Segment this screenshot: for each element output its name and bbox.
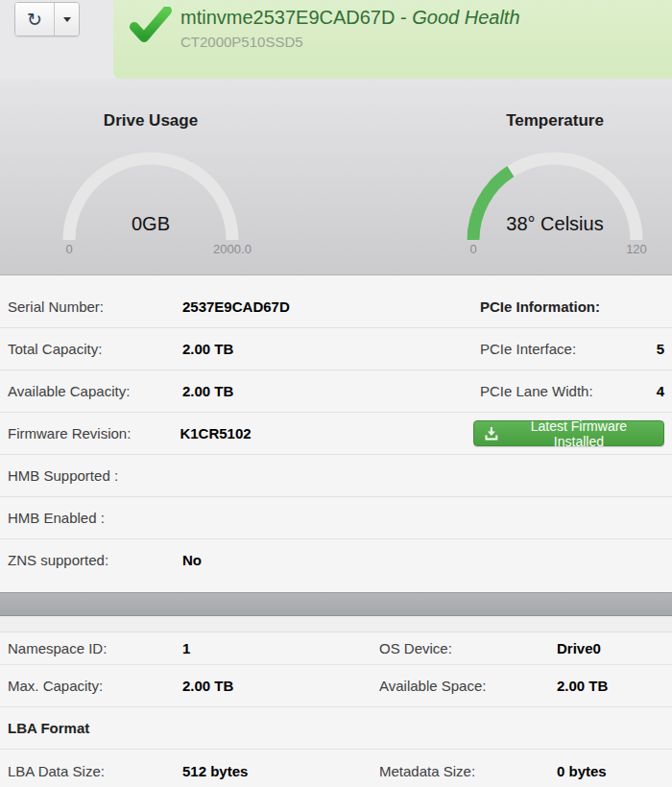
table-row-total-capacity: Total Capacity: 2.00 TB PCIe Interface: … — [0, 328, 672, 370]
row-label: HMB Supported : — [8, 467, 182, 484]
table-row-hmb-supported: HMB Supported : — [0, 455, 672, 497]
namespace-info-table: Namespace ID: 1 OS Device: Drive0 Max. C… — [0, 632, 672, 787]
device-name: mtinvme2537E9CAD67D — [180, 7, 395, 28]
lba-format-heading: LBA Format — [8, 720, 89, 736]
table-row-hmb-enabled: HMB Enabled : — [0, 497, 672, 539]
row-right-value: 2.00 TB — [557, 678, 608, 694]
row-label: Namespace ID: — [8, 640, 182, 656]
section-divider-bar — [0, 592, 672, 616]
row-label: HMB Enabled : — [8, 510, 182, 526]
row-label: LBA Data Size: — [8, 763, 182, 779]
row-right-label: PCIe Interface: — [480, 341, 645, 357]
drive-info-table: Serial Number: 2537E9CAD67D PCIe Informa… — [0, 275, 672, 592]
table-row-serial-number: Serial Number: 2537E9CAD67D PCIe Informa… — [0, 286, 672, 328]
row-value: 2.00 TB — [182, 383, 480, 399]
row-value: 512 bytes — [182, 763, 379, 779]
table-row-zns-supported: ZNS supported: No — [0, 539, 672, 580]
drive-usage-value: 0GB — [36, 213, 266, 235]
row-label: Available Capacity: — [8, 383, 182, 399]
temperature-max-tick: 120 — [608, 242, 665, 256]
refresh-button-group: ↻ — [14, 2, 80, 36]
row-value: 2.00 TB — [182, 341, 480, 357]
drive-title: mtinvme2537E9CAD67D - Good Health — [180, 7, 520, 29]
latest-firmware-label: Latest Firmware Installed — [505, 418, 653, 449]
row-right-label: Metadata Size: — [379, 763, 557, 779]
namespace-section-band — [0, 616, 672, 632]
row-label: Firmware Revision: — [8, 425, 180, 441]
drive-usage-max-tick: 2000.0 — [204, 242, 261, 256]
row-value: 2.00 TB — [182, 678, 379, 694]
drive-usage-title: Drive Usage — [36, 111, 266, 131]
row-label: Max. Capacity: — [8, 678, 182, 694]
drive-health-banner: mtinvme2537E9CAD67D - Good Health CT2000… — [113, 0, 672, 79]
temperature-value: 38° Celsius — [440, 213, 670, 235]
row-label: Serial Number: — [8, 298, 182, 315]
temperature-title: Temperature — [440, 111, 670, 131]
table-row-lba-data-size: LBA Data Size: 512 bytes Metadata Size: … — [0, 750, 672, 787]
refresh-button[interactable]: ↻ — [15, 3, 54, 36]
temperature-min-tick: 0 — [444, 242, 502, 256]
row-label: ZNS supported: — [8, 552, 182, 568]
top-bar: ↻ mtinvme2537E9CAD67D - Good Health CT20… — [0, 0, 672, 79]
temperature-gauge: Temperature 38° Celsius 0 120 — [440, 79, 670, 275]
row-value: No — [182, 552, 480, 568]
row-right-value: Drive0 — [557, 640, 601, 656]
row-right-label: PCIe Lane Width: — [480, 383, 645, 399]
table-row-lba-format-header: LBA Format — [0, 707, 672, 750]
table-row-firmware-revision: Firmware Revision: K1CR5102 Latest Firmw… — [0, 413, 672, 455]
title-separator: - — [395, 7, 412, 28]
row-right-value: 0 bytes — [557, 763, 607, 779]
table-row-max-capacity: Max. Capacity: 2.00 TB Available Space: … — [0, 665, 672, 707]
health-status: Good Health — [412, 7, 519, 28]
row-right-value: 4 — [645, 383, 664, 399]
table-row-available-capacity: Available Capacity: 2.00 TB PCIe Lane Wi… — [0, 370, 672, 413]
row-value: 2537E9CAD67D — [182, 298, 480, 315]
latest-firmware-button[interactable]: Latest Firmware Installed — [473, 420, 664, 446]
row-value: 1 — [182, 640, 379, 656]
drive-usage-min-tick: 0 — [40, 242, 98, 256]
good-health-check-icon — [129, 7, 173, 47]
chevron-down-icon — [63, 17, 71, 22]
row-value: K1CR5102 — [180, 425, 473, 441]
drive-usage-gauge: Drive Usage 0GB 0 2000.0 — [36, 79, 266, 275]
refresh-icon: ↻ — [27, 11, 42, 29]
row-label: Total Capacity: — [8, 341, 182, 357]
row-right-value: 5 — [645, 341, 664, 357]
row-right-label: Available Space: — [379, 678, 557, 694]
refresh-dropdown-button[interactable] — [54, 3, 79, 36]
row-right-label: OS Device: — [379, 640, 557, 656]
gauge-section: Drive Usage 0GB 0 2000.0 Temperature 38°… — [0, 79, 672, 275]
drive-model: CT2000P510SSD5 — [180, 34, 520, 50]
pcie-information-label: PCIe Information: — [480, 298, 645, 315]
download-icon — [485, 427, 498, 441]
table-row-namespace-id: Namespace ID: 1 OS Device: Drive0 — [0, 632, 672, 665]
